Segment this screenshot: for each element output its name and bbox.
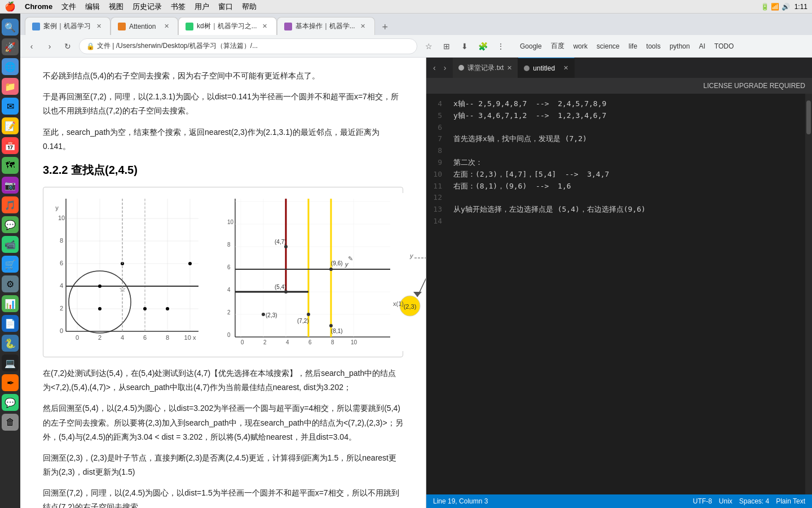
bookmark-baidu[interactable]: 百度: [548, 40, 568, 52]
line-num-11: 11: [433, 181, 442, 192]
svg-text:2: 2: [263, 339, 267, 345]
new-tab-button[interactable]: +: [377, 19, 393, 35]
dock-settings[interactable]: ⚙: [2, 275, 19, 292]
reload-button[interactable]: ↻: [61, 40, 74, 53]
tab-attention[interactable]: Attention ✕: [111, 17, 178, 35]
editor-scrollbar[interactable]: [805, 94, 812, 494]
bookmark-science[interactable]: science: [593, 41, 623, 51]
editor-title-bar: LICENSE UPGRADE REQUIRED: [426, 78, 812, 94]
bookmark-todo[interactable]: TODO: [711, 41, 737, 51]
tab-close-attention[interactable]: ✕: [162, 22, 171, 31]
untitled-tab-close[interactable]: ✕: [563, 64, 568, 72]
dock-chrome[interactable]: 🌐: [2, 58, 19, 75]
tab-basic[interactable]: 基本操作｜机器学... ✕: [277, 17, 375, 35]
menu-edit[interactable]: 编辑: [85, 2, 100, 12]
svg-text:0: 0: [241, 339, 244, 345]
dock-wechat[interactable]: 💬: [2, 394, 19, 411]
code-line-13: 从y轴开始选择，左边选择点是 (5,4)，右边选择点(9,6): [453, 204, 798, 216]
dock-email[interactable]: ✉: [2, 98, 19, 115]
tab-case[interactable]: 案例｜机器学习 ✕: [25, 17, 111, 35]
download-button[interactable]: ⬇: [458, 40, 471, 53]
menu-file[interactable]: 文件: [61, 2, 76, 12]
reader-mode[interactable]: ⊞: [440, 40, 453, 53]
svg-text:(2,3): (2,3): [404, 303, 417, 310]
dock-finder[interactable]: 🔍: [2, 19, 19, 36]
dock-music[interactable]: 🎵: [2, 196, 19, 213]
menu-button[interactable]: ⋮: [494, 40, 508, 53]
svg-text:(9,6): (9,6): [331, 260, 343, 266]
menu-help[interactable]: 帮助: [242, 2, 257, 12]
editor-nav-back[interactable]: ‹: [431, 62, 438, 73]
untitled-icon: [524, 65, 529, 71]
dock-notes[interactable]: 📝: [2, 117, 19, 134]
pre-text3: 至此，search_path为空，结束整个搜索，返回nearest(2,3)作为…: [43, 125, 403, 154]
dock-python[interactable]: 🐍: [2, 335, 19, 352]
svg-rect-0: [49, 193, 213, 351]
svg-text:4: 4: [121, 334, 124, 341]
bookmark-tools[interactable]: tools: [643, 41, 664, 51]
license-text: LICENSE UPGRADE REQUIRED: [703, 82, 805, 90]
svg-text:8: 8: [166, 334, 169, 341]
tab-bar: 案例｜机器学习 ✕ Attention ✕ kd树｜机器学习之... ✕ 基本操…: [20, 14, 812, 35]
tab-title-attention: Attention: [129, 23, 158, 30]
line-num-13: 13: [433, 204, 442, 216]
tab-close-basic[interactable]: ✕: [359, 22, 368, 31]
menu-user[interactable]: 用户: [195, 2, 209, 12]
svg-text:6: 6: [227, 264, 231, 270]
dock-appstore[interactable]: 🛒: [2, 256, 19, 273]
svg-text:2: 2: [227, 309, 231, 316]
dock-files[interactable]: 📁: [2, 78, 19, 95]
forward-button[interactable]: ›: [43, 40, 56, 53]
code-line-11: 右面：(8,1)，(9,6) --> 1,6: [453, 181, 798, 192]
menu-window[interactable]: 窗口: [218, 2, 233, 12]
dock-excel[interactable]: 📊: [2, 295, 19, 312]
menu-bookmarks[interactable]: 书签: [171, 2, 186, 12]
dock-facetime[interactable]: 📹: [2, 236, 19, 253]
dock-word[interactable]: 📄: [2, 315, 19, 332]
bookmark-life[interactable]: life: [625, 41, 641, 51]
svg-text:6: 6: [308, 339, 312, 345]
bookmark-star[interactable]: ☆: [422, 40, 435, 53]
bookmark-ai[interactable]: AI: [695, 41, 708, 51]
menu-history[interactable]: 历史记录: [133, 2, 162, 12]
tab-close-kdtree[interactable]: ✕: [261, 22, 270, 31]
dock-launchpad[interactable]: 🚀: [2, 38, 19, 55]
extension-button[interactable]: 🧩: [476, 40, 489, 53]
post-text1: 在(7,2)处测试到达(5,4)，在(5,4)处测试到达(4,7)【优先选择在本…: [43, 366, 403, 395]
menubar: 🍎 Chrome 文件 编辑 视图 历史记录 书签 用户 窗口 帮助 🔋 📶 🔊…: [0, 0, 812, 14]
status-encoding: UTF-8: [693, 497, 712, 505]
browser-content[interactable]: 不必跳到结点(5,4)的右子空间去搜索，因为右子空间中不可能有更近样本点了。 于…: [20, 58, 426, 508]
svg-text:4: 4: [60, 282, 63, 289]
editor-nav-forward[interactable]: ›: [442, 62, 449, 73]
menu-chrome[interactable]: Chrome: [25, 2, 52, 11]
tab-kdtree[interactable]: kd树｜机器学习之... ✕: [178, 17, 277, 35]
menu-view[interactable]: 视图: [109, 2, 123, 12]
dock-sublime[interactable]: ✒: [2, 374, 19, 391]
svg-point-34: [143, 307, 147, 310]
editor-body: 4 5 6 7 8 9 10 11 12 13 14 x轴-- 2,5,9,4,…: [426, 94, 812, 494]
apple-menu[interactable]: 🍎: [5, 1, 16, 12]
tab-untitled[interactable]: untitled ✕: [518, 58, 575, 78]
dock-photos[interactable]: 📷: [2, 177, 19, 194]
svg-text:10: 10: [227, 219, 234, 225]
url-bar[interactable]: 🔒 文件 | /Users/sherwin/Desktop/机器学习（算法篇）/…: [79, 38, 417, 54]
tab-close-case[interactable]: ✕: [94, 22, 103, 31]
dock-terminal[interactable]: 💻: [2, 354, 19, 371]
code-editor[interactable]: x轴-- 2,5,9,4,8,7 --> 2,4,5,7,8,9 y轴-- 3,…: [447, 94, 805, 494]
svg-point-80: [329, 268, 333, 271]
status-icons: 🔋 📶 🔊: [761, 3, 790, 11]
back-button[interactable]: ‹: [25, 40, 38, 53]
tab-title-basic: 基本操作｜机器学...: [295, 21, 355, 31]
bookmark-google[interactable]: Google: [517, 41, 545, 51]
dock-maps[interactable]: 🗺: [2, 157, 19, 174]
bookmark-work[interactable]: work: [570, 41, 591, 51]
tab-title-case: 案例｜机器学习: [43, 21, 91, 31]
dock-trash[interactable]: 🗑: [2, 414, 19, 431]
svg-point-74: [284, 245, 288, 248]
tab-notes[interactable]: 课堂记录.txt ✕: [453, 58, 518, 78]
notes-tab-close[interactable]: ✕: [507, 64, 512, 72]
dock-calendar[interactable]: 📅: [2, 137, 19, 154]
bookmark-python[interactable]: python: [666, 41, 693, 51]
section-heading: 3.2.2 查找点(2,4.5): [43, 163, 403, 178]
dock-messages[interactable]: 💬: [2, 216, 19, 233]
